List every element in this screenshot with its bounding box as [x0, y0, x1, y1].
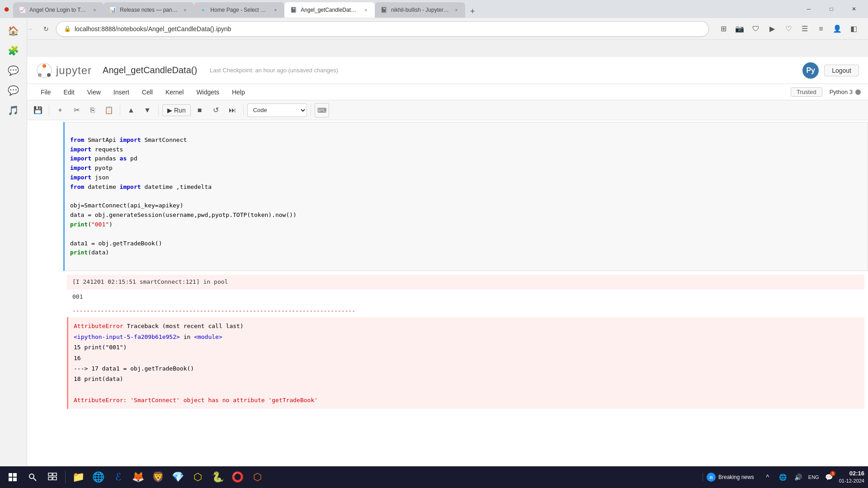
task-view-button[interactable]	[43, 468, 61, 486]
taskbar-chrome[interactable]: 🌐	[89, 468, 107, 486]
toolbar: 💾 + ✂ ⎘ 📋 ▲ ▼ ▶ Run ■ ↺ ⏭ Code Markdown …	[27, 100, 868, 120]
notification-icon[interactable]: 💬 3	[823, 471, 835, 483]
sidebar-whatsapp-icon[interactable]: 💬	[5, 81, 23, 99]
search-button[interactable]	[24, 468, 42, 486]
cell-code-content[interactable]: from SmartApi import SmartConnect import…	[63, 122, 868, 271]
output-cell: [I 241201 02:15:51 smartConnect:121] in …	[27, 273, 868, 411]
sidebar-spotify-icon[interactable]: 🎵	[5, 101, 23, 119]
logout-button[interactable]: Logout	[824, 65, 859, 76]
menu-view[interactable]: View	[81, 86, 107, 99]
keyboard-shortcuts-button[interactable]: ⌨	[315, 103, 329, 117]
move-up-button[interactable]: ▲	[124, 103, 138, 117]
taskbar-vscode[interactable]: 💎	[169, 468, 187, 486]
minimize-button[interactable]: ─	[798, 2, 819, 16]
notebook-content: from SmartApi import SmartConnect import…	[27, 120, 868, 483]
profile-button[interactable]: 👤	[830, 22, 844, 36]
tab-pandas[interactable]: 📊 Release notes — pandas ... ×	[104, 2, 194, 18]
close-button[interactable]: ✕	[844, 2, 864, 16]
tab-nikhil[interactable]: 📓 nikhil-bullish - Jupyter No... ×	[375, 2, 465, 18]
kw-import-1: import	[120, 136, 141, 143]
extensions-button[interactable]: ⊞	[716, 22, 731, 36]
sidebar-messenger-icon[interactable]: 💬	[5, 61, 23, 80]
tab-angel-one[interactable]: 📈 Angel One Login to Trade... ×	[13, 2, 104, 18]
kw-from-1: from	[70, 136, 84, 143]
add-cell-button[interactable]: +	[53, 103, 67, 117]
sidebar-home-icon[interactable]: 🏠	[5, 22, 23, 40]
title-bar: ● 📈 Angel One Login to Trade... × 📊 Rele…	[0, 0, 868, 18]
sidebar-discover-icon[interactable]: 🧩	[5, 42, 23, 60]
cell-type-select[interactable]: Code Markdown Raw NBConvert Heading	[247, 103, 307, 117]
tab-favicon-2: 📊	[109, 6, 116, 14]
tab-home[interactable]: ● Home Page - Select or cre... ×	[194, 2, 284, 18]
sidebar-toggle-button[interactable]: ◧	[846, 22, 861, 36]
print-001: 001	[72, 293, 83, 300]
paste-cell-button[interactable]: 📋	[102, 103, 116, 117]
toolbar-sep-1	[49, 105, 49, 116]
menu-widgets[interactable]: Widgets	[190, 86, 226, 99]
tab-close-2[interactable]: ×	[181, 6, 189, 14]
run-icon: ▶	[167, 107, 172, 114]
new-tab-button[interactable]: +	[465, 5, 480, 18]
trusted-badge[interactable]: Trusted	[791, 87, 822, 97]
lang-indicator[interactable]: ENG	[807, 471, 820, 483]
error-message: AttributeError: 'SmartConnect' object ha…	[74, 397, 318, 404]
menu-help[interactable]: Help	[226, 86, 251, 99]
settings-button[interactable]: ≡	[814, 22, 828, 36]
chevron-up-icon[interactable]: ^	[761, 471, 774, 483]
maximize-button[interactable]: □	[821, 2, 842, 16]
toolbar-sep-3	[158, 105, 159, 116]
start-button[interactable]	[4, 468, 22, 486]
taskbar-firefox[interactable]: 🦊	[129, 468, 147, 486]
taskbar-python[interactable]: 🐍	[208, 468, 226, 486]
svg-line-9	[33, 478, 36, 481]
shield-button[interactable]: 🛡	[749, 22, 763, 36]
save-button[interactable]: 💾	[31, 103, 45, 117]
stop-button[interactable]: ■	[193, 103, 207, 117]
svg-point-3	[47, 73, 51, 77]
clock-time: 02:16	[839, 469, 864, 478]
news-text: Breaking news	[718, 474, 754, 480]
tab-title-5: nikhil-bullish - Jupyter No...	[391, 7, 449, 13]
tab-favicon-1: 📈	[19, 6, 26, 14]
screenshot-button[interactable]: 📷	[732, 22, 747, 36]
tab-close-3[interactable]: ×	[272, 6, 279, 14]
python-logo-icon: Py	[802, 62, 819, 79]
restart-run-button[interactable]: ⏭	[225, 103, 240, 117]
window-controls: ─ □ ✕	[798, 2, 864, 16]
jupyter-logo: jupyter	[36, 62, 92, 79]
taskbar-edge[interactable]: ℰ	[109, 468, 127, 486]
tab-close-4[interactable]: ×	[362, 6, 369, 14]
notebook-title[interactable]: Angel_getCandleData()	[103, 65, 197, 75]
play-button[interactable]: ▶	[765, 22, 779, 36]
restart-button[interactable]: ↺	[209, 103, 223, 117]
svg-rect-13	[53, 477, 57, 480]
run-button[interactable]: ▶ Run	[162, 104, 191, 116]
menu-edit[interactable]: Edit	[57, 86, 81, 99]
menu-kernel[interactable]: Kernel	[159, 86, 190, 99]
browser-action-buttons: ⊞ 📷 🛡 ▶ ♡ ☰ ≡ 👤 ◧	[716, 22, 861, 36]
taskbar-brave[interactable]: 🦁	[149, 468, 167, 486]
move-down-button[interactable]: ▼	[140, 103, 155, 117]
cut-cell-button[interactable]: ✂	[69, 103, 84, 117]
taskbar-file-explorer[interactable]: 📁	[69, 468, 87, 486]
tab-close-1[interactable]: ×	[91, 6, 98, 14]
address-field[interactable]: 🔒 localhost:8888/notebooks/Angel_getCand…	[56, 21, 709, 37]
volume-icon[interactable]: 🔊	[792, 471, 805, 483]
favorites-button[interactable]: ♡	[781, 22, 796, 36]
taskbar-opera[interactable]: ⭕	[228, 468, 246, 486]
reload-button[interactable]: ↻	[40, 23, 52, 35]
taskbar-jupyter[interactable]: ⬡	[248, 468, 266, 486]
tab-title-3: Home Page - Select or cre...	[210, 7, 268, 13]
taskbar-terminal[interactable]: ⬡	[189, 468, 207, 486]
menu-file[interactable]: File	[34, 86, 57, 99]
menu-insert[interactable]: Insert	[107, 86, 136, 99]
menu-cell[interactable]: Cell	[136, 86, 159, 99]
collections-button[interactable]: ☰	[797, 22, 812, 36]
error-separator: ----------------------------------------…	[67, 305, 864, 318]
network-icon[interactable]: 🌐	[777, 471, 789, 483]
tab-candle-data[interactable]: 📓 Angel_getCandleData() - ... ×	[284, 2, 375, 18]
copy-cell-button[interactable]: ⎘	[85, 103, 100, 117]
tab-favicon-3: ●	[199, 6, 207, 14]
tab-close-5[interactable]: ×	[453, 6, 460, 14]
jupyter-text: jupyter	[56, 64, 92, 77]
